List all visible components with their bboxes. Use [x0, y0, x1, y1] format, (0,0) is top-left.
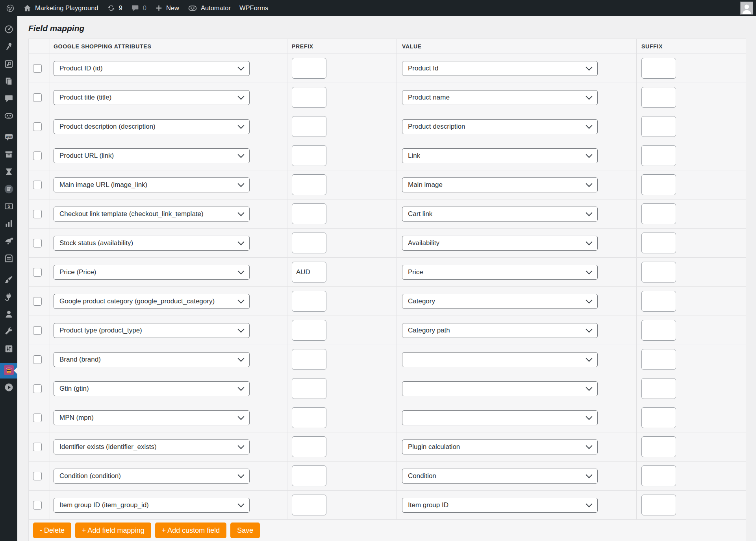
new-content-menu[interactable]: New [151, 0, 183, 16]
value-select[interactable]: Main image [402, 177, 598, 192]
sidebar-item-dashboard[interactable] [0, 22, 17, 38]
save-button[interactable]: Save [230, 523, 260, 538]
sidebar-item-sliders[interactable] [0, 342, 17, 357]
attribute-select[interactable]: Product title (title) [54, 90, 250, 105]
value-select[interactable]: Price [402, 265, 598, 280]
suffix-input[interactable] [641, 233, 676, 253]
suffix-input[interactable] [641, 262, 676, 283]
value-select[interactable]: Plugin calculation [402, 439, 598, 454]
attribute-select[interactable]: Identifier exists (identifier_exists) [54, 439, 250, 454]
sidebar-item-scroll[interactable] [0, 182, 17, 198]
attribute-select[interactable]: Item group ID (item_group_id) [54, 498, 250, 513]
value-select[interactable]: Product description [402, 119, 598, 134]
attribute-select[interactable]: Condition (condition) [54, 469, 250, 484]
suffix-input[interactable] [641, 407, 676, 428]
sidebar-item-form[interactable] [0, 251, 17, 267]
suffix-input[interactable] [641, 495, 676, 515]
sidebar-item-megaphone[interactable] [0, 234, 17, 249]
row-checkbox[interactable] [33, 210, 42, 218]
prefix-input[interactable] [292, 349, 326, 370]
prefix-input[interactable] [292, 116, 326, 137]
add-field-mapping-button[interactable]: + Add field mapping [75, 523, 151, 538]
sidebar-item-product-feed-logo[interactable] [0, 363, 17, 379]
prefix-input[interactable] [292, 465, 326, 486]
row-checkbox[interactable] [33, 239, 42, 247]
prefix-input[interactable] [292, 145, 326, 166]
suffix-input[interactable] [641, 320, 676, 341]
prefix-input[interactable] [292, 87, 326, 108]
prefix-input[interactable] [292, 436, 326, 457]
row-checkbox[interactable] [33, 472, 42, 480]
sidebar-item-analytics[interactable] [0, 216, 17, 232]
sidebar-item-wrench[interactable] [0, 324, 17, 340]
sidebar-item-users[interactable] [0, 307, 17, 323]
suffix-input[interactable] [641, 116, 676, 137]
suffix-input[interactable] [641, 145, 676, 166]
prefix-input[interactable] [292, 495, 326, 515]
attribute-select[interactable]: Stock status (availability) [54, 236, 250, 251]
prefix-input[interactable] [292, 320, 326, 341]
updates-menu[interactable]: 9 [103, 0, 127, 16]
avatar[interactable] [740, 2, 753, 15]
attribute-select[interactable]: Product ID (id) [54, 61, 250, 76]
row-checkbox[interactable] [33, 93, 42, 102]
suffix-input[interactable] [641, 349, 676, 370]
suffix-input[interactable] [641, 465, 676, 486]
attribute-select[interactable]: Checkout link template (checkout_link_te… [54, 207, 250, 222]
row-checkbox[interactable] [33, 64, 42, 73]
suffix-input[interactable] [641, 203, 676, 224]
row-checkbox[interactable] [33, 151, 42, 160]
wp-logo-menu[interactable] [2, 0, 19, 16]
sidebar-item-media[interactable] [0, 57, 17, 72]
prefix-input[interactable] [292, 407, 326, 428]
value-select[interactable]: Condition [402, 469, 598, 484]
row-checkbox[interactable] [33, 384, 42, 393]
value-select[interactable]: Cart link [402, 207, 598, 222]
prefix-input[interactable] [292, 58, 326, 79]
prefix-input[interactable] [292, 203, 326, 224]
value-select[interactable]: Availability [402, 236, 598, 251]
attribute-select[interactable]: Gtin (gtin) [54, 381, 250, 396]
value-select[interactable]: Category path [402, 323, 598, 338]
comments-menu[interactable]: 0 [127, 0, 151, 16]
prefix-input[interactable] [292, 378, 326, 399]
prefix-input[interactable] [292, 262, 326, 283]
sidebar-item-automator[interactable] [0, 109, 17, 124]
row-checkbox[interactable] [33, 268, 42, 277]
suffix-input[interactable] [641, 436, 676, 457]
row-checkbox[interactable] [33, 326, 42, 335]
suffix-input[interactable] [641, 87, 676, 108]
attribute-select[interactable]: Main image URL (image_link) [54, 177, 250, 192]
row-checkbox[interactable] [33, 122, 42, 131]
row-checkbox[interactable] [33, 501, 42, 510]
suffix-input[interactable] [641, 291, 676, 312]
value-select[interactable]: Category [402, 294, 598, 309]
row-checkbox[interactable] [33, 443, 42, 451]
suffix-input[interactable] [641, 174, 676, 195]
sidebar-item-woo[interactable]: Woo [0, 130, 17, 146]
attribute-select[interactable]: MPN (mpn) [54, 410, 250, 425]
prefix-input[interactable] [292, 291, 326, 312]
suffix-input[interactable] [641, 378, 676, 399]
attribute-select[interactable]: Brand (brand) [54, 352, 250, 367]
attribute-select[interactable]: Product description (description) [54, 119, 250, 134]
value-select[interactable]: Product Id [402, 61, 598, 76]
sidebar-item-products-box[interactable] [0, 147, 17, 163]
add-custom-field-button[interactable]: + Add custom field [155, 523, 227, 538]
sidebar-item-coupon[interactable] [0, 164, 17, 180]
attribute-select[interactable]: Google product category (google_product_… [54, 294, 250, 309]
sidebar-item-pin[interactable] [0, 39, 17, 55]
sidebar-item-payments[interactable]: $ [0, 199, 17, 215]
attribute-select[interactable]: Price (Price) [54, 265, 250, 280]
row-checkbox[interactable] [33, 297, 42, 306]
automator-menu[interactable]: Automator [183, 0, 235, 16]
attribute-select[interactable]: Product type (product_type) [54, 323, 250, 338]
sidebar-item-pages[interactable] [0, 74, 17, 90]
sidebar-item-play[interactable] [0, 380, 17, 396]
row-checkbox[interactable] [33, 355, 42, 364]
value-select[interactable] [402, 381, 598, 396]
sidebar-item-comments[interactable] [0, 91, 17, 107]
value-select[interactable]: Link [402, 148, 598, 163]
row-checkbox[interactable] [33, 414, 42, 422]
sidebar-item-plug[interactable] [0, 290, 17, 305]
